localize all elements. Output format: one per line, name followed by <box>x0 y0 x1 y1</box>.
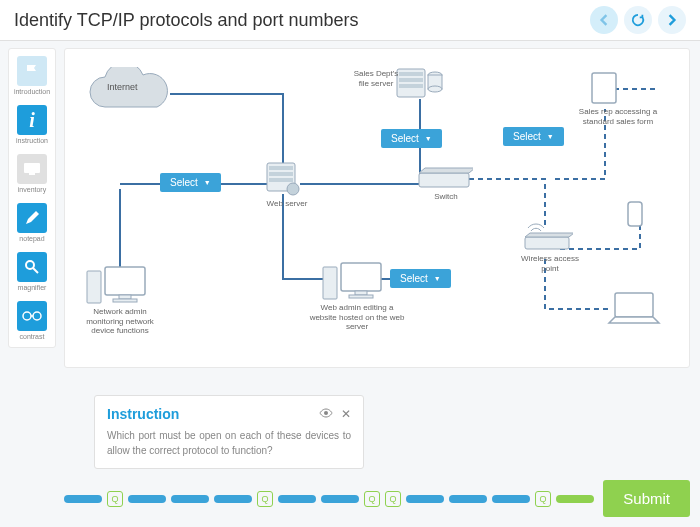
netadmin-label: Network admin monitoring network device … <box>75 307 165 336</box>
progress-seg[interactable] <box>214 495 252 503</box>
select-1[interactable]: Select <box>160 173 221 192</box>
svg-rect-26 <box>323 267 337 299</box>
progress-seg[interactable] <box>128 495 166 503</box>
progress-seg[interactable] <box>278 495 316 503</box>
instruction-title: Instruction <box>107 406 179 422</box>
glasses-icon <box>17 301 47 331</box>
select-2[interactable]: Select <box>381 129 442 148</box>
sidebar: introduction iinstruction inventory note… <box>8 48 56 348</box>
sidebar-item-notepad[interactable]: notepad <box>12 199 52 246</box>
svg-rect-27 <box>341 263 381 291</box>
sidebar-item-magnifier[interactable]: magnifier <box>12 248 52 295</box>
svg-rect-25 <box>113 299 137 302</box>
progress-seg[interactable] <box>406 495 444 503</box>
progress-seg[interactable] <box>449 495 487 503</box>
sales-server-label: Sales Dept's file server <box>348 69 404 88</box>
svg-rect-18 <box>525 237 569 249</box>
info-icon: i <box>17 105 47 135</box>
svg-point-4 <box>33 312 41 320</box>
sidebar-item-inventory[interactable]: inventory <box>12 150 52 197</box>
svg-rect-28 <box>355 291 367 295</box>
select-4[interactable]: Select <box>503 127 564 146</box>
progress-bar: Q Q Q Q Q <box>64 491 594 507</box>
internet-label: Internet <box>107 82 138 93</box>
svg-point-3 <box>23 312 31 320</box>
pencil-icon <box>17 203 47 233</box>
sidebar-item-contrast[interactable]: contrast <box>12 297 52 344</box>
next-button[interactable] <box>658 6 686 34</box>
sidebar-item-introduction[interactable]: introduction <box>12 52 52 99</box>
svg-rect-24 <box>119 295 131 299</box>
svg-rect-1 <box>29 173 35 175</box>
inventory-icon <box>17 154 47 184</box>
flag-icon <box>17 56 47 86</box>
svg-point-2 <box>26 261 34 269</box>
svg-rect-22 <box>87 271 101 303</box>
progress-marker[interactable]: Q <box>107 491 123 507</box>
svg-rect-23 <box>105 267 145 295</box>
eye-icon[interactable] <box>319 407 333 421</box>
svg-point-30 <box>324 411 328 415</box>
submit-button[interactable]: Submit <box>603 480 690 517</box>
salesrep-label: Sales rep accessing a standard sales for… <box>573 107 663 126</box>
progress-seg-current[interactable] <box>556 495 594 503</box>
progress-marker[interactable]: Q <box>364 491 380 507</box>
sidebar-item-instruction[interactable]: iinstruction <box>12 101 52 148</box>
instruction-panel: Instruction ✕ Which port must be open on… <box>94 395 364 469</box>
magnifier-icon <box>17 252 47 282</box>
svg-point-16 <box>287 183 299 195</box>
nav-controls <box>590 6 686 34</box>
progress-seg[interactable] <box>64 495 102 503</box>
svg-rect-0 <box>24 163 40 173</box>
svg-point-11 <box>428 86 442 92</box>
svg-rect-19 <box>592 73 616 103</box>
progress-seg[interactable] <box>171 495 209 503</box>
svg-rect-15 <box>269 178 293 182</box>
wap-label: Wireless access point <box>520 254 580 273</box>
svg-rect-20 <box>628 202 642 226</box>
prev-button[interactable] <box>590 6 618 34</box>
refresh-button[interactable] <box>624 6 652 34</box>
progress-marker[interactable]: Q <box>535 491 551 507</box>
switch-label: Switch <box>431 192 461 202</box>
progress-seg[interactable] <box>492 495 530 503</box>
svg-rect-14 <box>269 172 293 176</box>
instruction-body: Which port must be open on each of these… <box>107 428 351 458</box>
diagram-canvas: Internet Sales Dept's file server Web se… <box>64 48 690 368</box>
select-3[interactable]: Select <box>390 269 451 288</box>
svg-rect-17 <box>419 173 469 187</box>
svg-rect-13 <box>269 166 293 170</box>
progress-marker[interactable]: Q <box>257 491 273 507</box>
svg-rect-21 <box>615 293 653 317</box>
close-icon[interactable]: ✕ <box>341 407 351 421</box>
page-title: Identify TCP/IP protocols and port numbe… <box>14 10 359 31</box>
webserver-label: Web server <box>257 199 317 209</box>
svg-rect-29 <box>349 295 373 298</box>
webadmin-label: Web admin editing a website hosted on th… <box>309 303 405 332</box>
progress-marker[interactable]: Q <box>385 491 401 507</box>
progress-seg[interactable] <box>321 495 359 503</box>
